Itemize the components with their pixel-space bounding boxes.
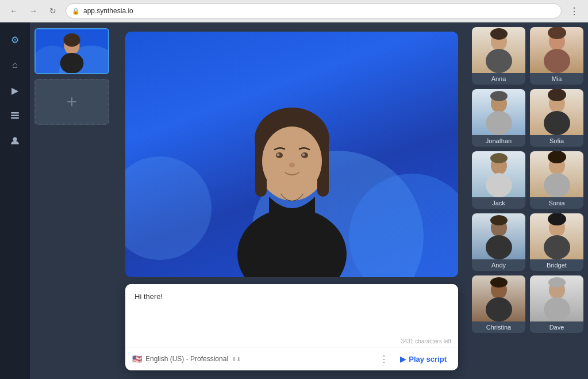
svg-point-43 [490,215,508,225]
svg-point-3 [13,137,17,141]
svg-point-9 [63,33,80,47]
svg-rect-8 [60,53,84,73]
avatar-card-christina[interactable]: Christina [472,275,525,333]
svg-rect-38 [486,173,512,197]
avatar-card-sonia[interactable]: Sonia [530,151,583,209]
avatars-panel: Anna Mia Jonathan [467,22,588,379]
svg-rect-0 [11,112,19,114]
play-script-label: Play script [409,355,447,363]
main-avatar [194,32,390,277]
avatar-card-sofia[interactable]: Sofia [530,89,583,147]
svg-rect-35 [544,111,570,135]
script-options-button[interactable]: ⋮ [377,352,391,366]
avatar-card-andy[interactable]: Andy [472,213,525,271]
avatar-name-andy: Andy [472,259,525,271]
svg-point-34 [548,89,566,101]
chevron-icon: ⬆⬇ [232,356,241,362]
slide-1[interactable] [34,28,109,74]
avatar-name-mia: Mia [530,73,583,85]
svg-point-31 [490,91,508,101]
avatar-name-bridget: Bridget [530,259,583,271]
svg-point-18 [262,127,322,196]
svg-rect-32 [486,111,512,135]
svg-rect-44 [486,235,512,259]
avatar-card-dave[interactable]: Dave [530,275,583,333]
main-content: Hi there! 3431 characters left 🇺🇸 Englis… [116,22,467,379]
sidebar-settings[interactable]: ⚙ [5,29,25,50]
svg-point-25 [490,28,508,40]
avatar-image-sofia [530,89,583,135]
svg-rect-53 [544,297,570,321]
add-slide-button[interactable] [34,79,109,125]
svg-rect-29 [544,49,570,73]
avatar-name-sofia: Sofia [530,135,583,147]
svg-point-40 [548,151,566,163]
sidebar-user[interactable] [5,131,25,151]
avatar-image-christina [472,275,525,321]
svg-point-37 [490,153,508,163]
browser-menu-button[interactable]: ⋮ [567,4,581,18]
avatar-image-dave [530,275,583,321]
svg-rect-50 [486,297,512,321]
svg-point-21 [276,154,279,156]
svg-point-28 [548,27,566,39]
refresh-button[interactable]: ↻ [46,4,60,18]
svg-rect-1 [11,115,19,117]
svg-rect-26 [486,49,512,73]
avatar-card-anna[interactable]: Anna [472,27,525,85]
svg-point-23 [289,163,295,167]
svg-point-52 [548,277,566,288]
avatar-image-jack [472,151,525,197]
avatar-image-andy [472,213,525,259]
svg-rect-41 [544,173,570,197]
script-toolbar: 🇺🇸 English (US) - Professional ⬆⬇ ⋮ ▶ Pl… [125,347,458,370]
avatar-card-jonathan[interactable]: Jonathan [472,89,525,147]
svg-rect-47 [544,235,570,259]
flag-icon: 🇺🇸 [132,354,142,363]
sidebar: ⚙ ⌂ ▶ [0,22,30,379]
video-preview [125,32,458,277]
avatar-image-mia [530,27,583,73]
avatar-name-jonathan: Jonathan [472,135,525,147]
language-text: English (US) - Professional [145,355,228,363]
avatar-name-jack: Jack [472,197,525,209]
avatar-card-jack[interactable]: Jack [472,151,525,209]
svg-point-46 [548,213,566,225]
slides-panel [30,22,116,379]
avatar-name-christina: Christina [472,321,525,333]
browser-chrome: ← → ↻ 🔒 app.synthesia.io ⋮ [0,0,588,22]
play-script-button[interactable]: ▶ Play script [395,353,451,366]
forward-button[interactable]: → [26,4,40,18]
avatar-image-jonathan [472,89,525,135]
sidebar-layers[interactable] [5,105,25,126]
sidebar-play[interactable]: ▶ [5,80,25,101]
sidebar-home[interactable]: ⌂ [5,55,25,75]
browser-titlebar: ← → ↻ 🔒 app.synthesia.io ⋮ [0,0,588,22]
avatar-name-dave: Dave [530,321,583,333]
avatar-name-anna: Anna [472,73,525,85]
play-icon-small: ▶ [400,355,406,363]
lock-icon: 🔒 [72,7,80,15]
avatar-card-bridget[interactable]: Bridget [530,213,583,271]
script-textarea[interactable]: Hi there! [125,284,458,336]
svg-rect-2 [11,117,19,119]
script-area: Hi there! 3431 characters left 🇺🇸 Englis… [125,284,458,370]
avatar-image-anna [472,27,525,73]
language-selector[interactable]: 🇺🇸 English (US) - Professional ⬆⬇ [132,354,372,363]
app-container: ⚙ ⌂ ▶ [0,22,588,379]
slide-1-thumbnail [36,29,108,73]
address-bar[interactable]: 🔒 app.synthesia.io [66,3,562,18]
avatar-card-mia[interactable]: Mia [530,27,583,85]
avatar-image-sonia [530,151,583,197]
url-text: app.synthesia.io [83,7,133,15]
char-count: 3431 characters left [125,338,458,347]
back-button[interactable]: ← [7,4,21,18]
avatar-name-sonia: Sonia [530,197,583,209]
svg-point-22 [302,154,305,156]
svg-point-49 [490,277,508,288]
avatar-image-bridget [530,213,583,259]
